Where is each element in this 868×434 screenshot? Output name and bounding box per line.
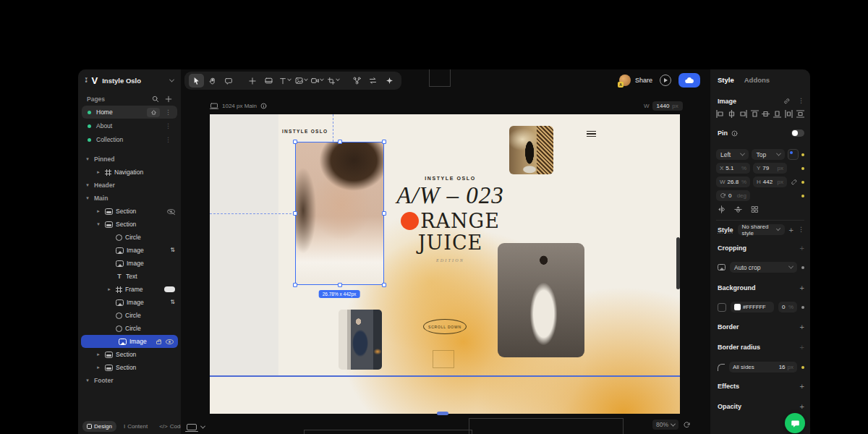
add-effect-icon[interactable]: + [800, 383, 804, 390]
text-tool[interactable] [277, 74, 292, 88]
effects-tool[interactable] [382, 74, 397, 88]
add-opacity-icon[interactable]: + [800, 403, 804, 410]
caret-icon[interactable]: ▸ [95, 352, 102, 357]
section-tool[interactable] [261, 74, 276, 88]
selection-handle[interactable] [338, 140, 342, 144]
add-page-icon[interactable] [165, 95, 172, 103]
y-field[interactable]: Y79px [753, 163, 787, 174]
hand-tool[interactable] [205, 74, 220, 88]
background-color-field[interactable]: #FFFFFF [731, 302, 774, 312]
caret-icon[interactable]: ▸ [95, 169, 102, 175]
share-button[interactable]: Share [619, 75, 652, 86]
info-icon[interactable] [731, 130, 738, 137]
design-image-man[interactable] [339, 310, 382, 370]
layer-row-image[interactable]: Image [78, 257, 181, 270]
distribute-horizontal-icon[interactable] [785, 110, 793, 118]
publish-button[interactable] [678, 73, 700, 88]
background-alpha-field[interactable]: 0% [778, 302, 797, 312]
width-field[interactable]: W26.8% [716, 176, 750, 187]
caret-icon[interactable]: ▾ [84, 378, 91, 383]
swap-tool[interactable] [365, 74, 380, 88]
align-right-icon[interactable] [739, 110, 747, 118]
layer-row-footer[interactable]: ▾ Footer [78, 374, 181, 387]
layer-row-section[interactable]: ▸ Section [78, 348, 181, 361]
canvas-width-control[interactable]: W 1440px [644, 101, 683, 111]
canvas-area[interactable]: Share 1024 px Main W 1440px INSTYLE OSLO [181, 69, 710, 434]
add-cropping-icon[interactable]: + [800, 244, 804, 252]
design-hero-text[interactable]: INSTYLE OSLO A/W – 023 RANGE JUICE EDITI… [383, 176, 517, 263]
comment-tool[interactable] [221, 74, 237, 88]
design-image-arch[interactable] [509, 126, 553, 174]
radius-field[interactable]: All sides16px [729, 362, 797, 373]
chat-widget-button[interactable] [785, 413, 805, 433]
effect-order-icon[interactable]: ⇅ [170, 247, 175, 253]
scroll-down-button[interactable]: SCROLL DOWN [423, 319, 467, 334]
flip-horizontal-icon[interactable] [718, 205, 726, 213]
hamburger-menu-icon[interactable] [587, 131, 596, 137]
add-radius-icon[interactable]: + [800, 344, 804, 351]
anchor-horizontal-dropdown[interactable]: Left [716, 149, 749, 160]
style-menu-icon[interactable]: ⋮ [798, 226, 804, 233]
selection-handle[interactable] [382, 211, 386, 216]
layer-row-header[interactable]: ▾ Header [78, 179, 181, 192]
tab-design[interactable]: Design [82, 421, 116, 432]
project-switcher[interactable]: ve V Instyle Oslo [78, 71, 181, 90]
layer-row-pinned[interactable]: ▾ Pinned [78, 153, 181, 166]
selection-handle[interactable] [293, 211, 297, 216]
rotation-field[interactable]: 0deg [716, 190, 750, 201]
layer-row-circle[interactable]: Circle [78, 231, 181, 244]
layer-row-circle[interactable]: Circle [78, 309, 181, 322]
refresh-icon[interactable] [683, 421, 691, 429]
zoom-control[interactable]: 80% [652, 420, 678, 430]
caret-icon[interactable]: ▾ [84, 156, 91, 162]
design-frame[interactable]: INSTYLE OSLO INSTYLE OSLO A/W – 023 RANG… [210, 114, 680, 414]
lock-icon[interactable] [156, 341, 161, 344]
image-tool[interactable] [293, 74, 308, 88]
selection-handle[interactable] [338, 283, 342, 287]
flip-vertical-icon[interactable] [734, 205, 742, 213]
layer-row-image[interactable]: Image ⇅ [78, 296, 181, 309]
layer-toggle[interactable] [164, 286, 175, 292]
page-menu-icon[interactable]: ⋮ [165, 137, 171, 143]
search-icon[interactable] [152, 95, 159, 103]
breakpoint-label[interactable]: 1024 px Main [210, 103, 267, 109]
layer-row-main[interactable]: ▾ Main [78, 192, 181, 205]
select-tool[interactable] [189, 74, 204, 88]
add-style-icon[interactable]: + [789, 226, 793, 234]
pin-position-widget[interactable] [788, 149, 799, 160]
layer-row-navigation[interactable]: ▸ Navigation [78, 166, 181, 179]
video-tool[interactable] [310, 74, 325, 88]
layer-row-section[interactable]: ▾ Section [78, 218, 181, 231]
align-top-icon[interactable] [751, 110, 759, 118]
info-icon[interactable] [260, 103, 267, 109]
frame-tool[interactable] [326, 74, 341, 88]
caret-icon[interactable]: ▾ [84, 182, 91, 188]
caret-icon[interactable]: ▾ [84, 195, 91, 201]
caret-icon[interactable]: ▸ [106, 286, 113, 292]
element-menu-icon[interactable]: ⋮ [798, 98, 804, 104]
selection-handle[interactable] [382, 140, 386, 144]
sidebar-page-about[interactable]: About ⋮ [82, 119, 177, 132]
distribute-vertical-icon[interactable] [796, 110, 804, 118]
crop-mode-dropdown[interactable]: Auto crop [730, 262, 797, 273]
tab-addons[interactable]: Addons [744, 76, 770, 84]
layout-grid-icon[interactable] [751, 205, 759, 213]
page-menu-icon[interactable]: ⋮ [165, 123, 171, 129]
tab-content[interactable]: IContent [119, 421, 152, 432]
selection-outline[interactable] [295, 142, 384, 285]
align-left-icon[interactable] [716, 110, 724, 118]
caret-icon[interactable]: ▸ [95, 208, 102, 214]
effect-order-icon[interactable]: ⇅ [170, 299, 175, 305]
layer-row-section[interactable]: ▸ Section [78, 361, 181, 374]
layer-row-image[interactable]: Image ⇅ [78, 244, 181, 257]
device-selector[interactable] [187, 424, 205, 430]
fill-type-icon[interactable] [718, 303, 726, 312]
unlink-dimensions-icon[interactable] [790, 178, 798, 186]
color-swatch[interactable] [734, 304, 741, 310]
page-menu-icon[interactable]: ⋮ [165, 109, 171, 116]
chevron-down-icon[interactable] [169, 77, 174, 82]
align-center-horizontal-icon[interactable] [728, 110, 736, 118]
insert-tool[interactable] [245, 74, 260, 88]
workflow-tool[interactable] [349, 74, 365, 88]
eye-off-icon[interactable] [167, 209, 175, 214]
